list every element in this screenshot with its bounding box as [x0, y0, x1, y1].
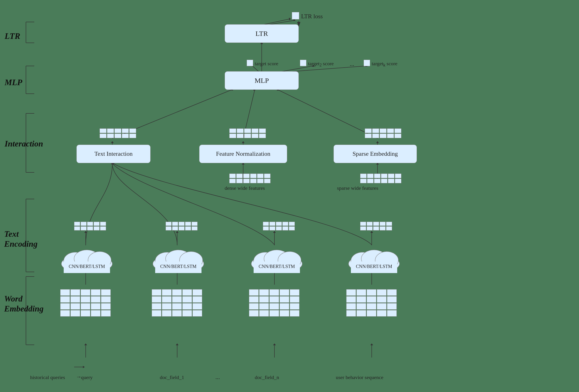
svg-marker-49 [370, 231, 373, 233]
svg-text:CNN/BERT/LSTM: CNN/BERT/LSTM [69, 264, 105, 269]
arrow-right-label: → [76, 374, 81, 380]
sparse-wide-features-grid [360, 173, 401, 183]
arrows-svg [0, 0, 579, 392]
sparse-wide-label: sparse wide features [337, 185, 378, 191]
text-interaction-box: Text Interaction [76, 145, 150, 163]
axis-label-mlp: MLP [5, 77, 22, 87]
svg-marker-43 [84, 231, 87, 233]
word-embedding-grid-4 [346, 289, 397, 317]
dense-wide-label: dense wide features [225, 185, 265, 191]
target-score-box [247, 60, 253, 66]
ltr-loss-label: LTR loss [301, 13, 323, 20]
encoding-output-grid-1 [74, 222, 106, 230]
axis-label-text-encoding: TextEncoding [4, 229, 38, 249]
dots-label: ... [216, 374, 220, 381]
svg-text:CNN/BERT/LSTM: CNN/BERT/LSTM [356, 264, 392, 269]
word-embedding-grid-3 [249, 289, 299, 317]
cloud-4-svg: CNN/BERT/LSTM [342, 245, 406, 273]
targetk-score-box [363, 60, 370, 66]
svg-line-30 [278, 90, 377, 138]
cloud-3-svg: CNN/BERT/LSTM [244, 245, 309, 273]
svg-marker-71 [370, 343, 373, 345]
target2-score-box [300, 60, 306, 66]
svg-marker-47 [273, 231, 276, 233]
cloud-1-svg: CNN/BERT/LSTM [54, 245, 119, 273]
svg-marker-37 [376, 141, 379, 143]
user-behavior-label: user behavior sequence [336, 374, 383, 381]
svg-marker-65 [84, 343, 87, 345]
feature-normalization-box: Feature Normalization [199, 145, 287, 163]
mlp-box: MLP [225, 71, 299, 90]
doc-field-1-label: doc_field_1 [160, 374, 184, 381]
targetk-score-label: targetk score [372, 61, 397, 67]
svg-marker-63 [83, 366, 85, 368]
text-interaction-output-grid [100, 128, 136, 138]
feature-norm-output-grid [229, 128, 266, 138]
sparse-embedding-box: Sparse Embedding [334, 145, 417, 163]
svg-text:CNN/BERT/LSTM: CNN/BERT/LSTM [160, 264, 197, 269]
encoding-output-grid-2 [166, 222, 198, 230]
query-label: query [81, 374, 93, 381]
axis-label-word-embedding: WordEmbedding [4, 294, 44, 314]
svg-marker-73 [289, 18, 291, 20]
historical-queries-label: historical queries [30, 374, 65, 381]
target2-score-label: target2 score [308, 61, 334, 67]
svg-marker-35 [242, 141, 245, 143]
sparse-emb-output-grid [365, 128, 401, 138]
svg-marker-45 [176, 231, 179, 233]
diagram-container: LTR MLP Interaction TextEncoding WordEmb… [0, 0, 579, 392]
word-embedding-grid-1 [60, 289, 111, 317]
word-embedding-grid-2 [152, 289, 202, 317]
encoding-output-grid-4 [360, 222, 392, 230]
dots-scores: ... [350, 61, 354, 67]
ltr-loss-box [292, 12, 299, 19]
target-score-label: target score [255, 61, 278, 67]
svg-marker-33 [111, 141, 114, 143]
svg-marker-69 [273, 343, 276, 345]
axis-label-interaction: Interaction [5, 139, 43, 149]
svg-text:CNN/BERT/LSTM: CNN/BERT/LSTM [259, 264, 295, 269]
doc-field-n-label: doc_field_n [255, 374, 279, 381]
encoding-output-grid-3 [263, 222, 295, 230]
svg-marker-67 [176, 343, 179, 345]
cloud-2-svg: CNN/BERT/LSTM [146, 245, 211, 273]
dense-wide-features-grid [229, 173, 271, 183]
ltr-box: LTR [225, 24, 299, 43]
axis-label-ltr: LTR [5, 31, 20, 41]
